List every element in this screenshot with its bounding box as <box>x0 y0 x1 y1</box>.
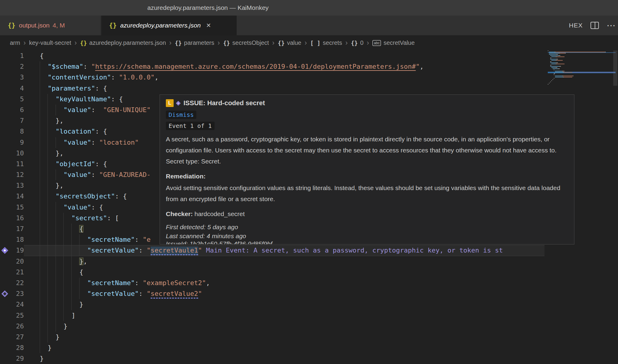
code-line-25: 25 ] <box>0 310 544 321</box>
breadcrumb-label: secrets <box>323 39 342 46</box>
indent-guide <box>48 94 48 105</box>
scrollbar-thumb[interactable] <box>613 51 617 86</box>
minimap-segment <box>554 70 554 70</box>
hex-button[interactable]: HEX <box>569 22 583 29</box>
indent-guide <box>40 332 40 342</box>
breadcrumb-chevron-icon: › <box>367 39 369 47</box>
breadcrumb-item-key-vault-secret[interactable]: key-vault-secret <box>29 39 71 46</box>
last-scanned: Last scanned: 4 minutes ago <box>166 233 568 240</box>
indent-guide <box>40 245 40 256</box>
array-brackets-icon: [ ] <box>310 40 320 46</box>
indent-guide <box>40 169 40 180</box>
minimap-segment <box>548 51 548 51</box>
indent-guide <box>48 202 48 213</box>
breadcrumb-chevron-icon: › <box>272 39 275 47</box>
indent-guide <box>40 278 40 288</box>
minimap-segment <box>551 64 556 64</box>
minimap-segment <box>550 82 551 82</box>
remediation-text: Avoid setting sensitive configuration va… <box>166 182 569 204</box>
indent-guide <box>40 159 40 169</box>
issue-diamond-icon <box>176 101 181 105</box>
indent-guide <box>48 180 48 191</box>
code-text: } <box>0 321 544 332</box>
indent-guide <box>48 299 48 310</box>
minimap-segment <box>553 79 553 80</box>
code-text: { <box>0 51 544 61</box>
indent-guide <box>79 278 79 288</box>
indent-guide <box>40 288 40 299</box>
indent-guide <box>40 299 40 310</box>
code-line-27: 27 } <box>0 332 544 342</box>
indent-guide <box>48 234 48 245</box>
minimap-segment <box>549 83 550 83</box>
indent-guide <box>56 321 56 332</box>
minimap-segment <box>551 67 556 68</box>
minimap-segment <box>557 56 565 57</box>
minimap-segment <box>550 58 551 58</box>
close-icon[interactable]: ✕ <box>206 22 211 29</box>
minimap-segment <box>573 76 573 76</box>
breadcrumb-item-0[interactable]: {}0 <box>351 39 363 46</box>
indent-guide <box>48 288 48 299</box>
tab-azuredeploy-parameters-json[interactable]: {} azuredeploy.parameters.json ✕ <box>101 16 237 35</box>
indent-guide <box>56 278 56 288</box>
indent-guide <box>48 169 48 180</box>
remediation-label: Remediation: <box>166 173 568 180</box>
minimap-segment <box>565 72 572 73</box>
minimap-segment <box>549 53 559 53</box>
code-text: "secretValue": "secretValue2" <box>0 288 544 299</box>
tab-output-json[interactable]: {} output.json 4, M <box>0 16 101 35</box>
dismiss-link[interactable]: Dismiss <box>166 111 196 119</box>
breadcrumb-item-secretValue[interactable]: abcsecretValue <box>372 39 415 46</box>
code-text: "contentVersion": "1.0.0.0", <box>0 72 544 83</box>
breadcrumb-label: key-vault-secret <box>29 39 71 46</box>
indent-guide <box>40 115 40 126</box>
indent-guide <box>63 278 64 288</box>
indent-guide <box>56 310 56 321</box>
indent-guide <box>71 234 72 245</box>
severity-low-badge: L <box>166 99 174 107</box>
indent-guide <box>40 202 40 213</box>
minimap-segment <box>554 78 554 79</box>
minimap-segment <box>549 54 556 55</box>
issue-description: A secret, such as a password, cryptograp… <box>166 134 569 167</box>
indent-guide <box>40 126 40 137</box>
indent-guide <box>63 245 64 256</box>
code-text: } <box>0 353 544 364</box>
split-editor-icon[interactable] <box>591 22 599 29</box>
indent-guide <box>63 234 64 245</box>
breadcrumb-item-value[interactable]: {}value <box>278 39 302 46</box>
minimap-segment <box>549 52 554 52</box>
indent-guide <box>48 332 48 342</box>
minimap-segment <box>563 71 565 71</box>
more-actions-icon[interactable]: ⋯ <box>607 22 616 29</box>
indent-guide <box>71 299 72 310</box>
minimap-segment <box>565 53 566 53</box>
breadcrumb-item-azuredeploy.parameters.json[interactable]: {}azuredeploy.parameters.json <box>80 39 166 46</box>
indent-guide <box>40 342 40 353</box>
indent-guide <box>79 234 79 245</box>
schema-url-link[interactable]: https://schema.management.azure.com/sche… <box>95 63 416 70</box>
indent-guide <box>40 213 40 224</box>
breadcrumb-item-secretsObject[interactable]: {}secretsObject <box>223 39 269 46</box>
minimap-segment <box>548 84 548 85</box>
tab-label: output.json <box>19 22 50 29</box>
indent-guide <box>63 310 64 321</box>
indent-guide <box>63 213 64 224</box>
json-braces-icon: {} <box>109 22 117 29</box>
minimap-segment <box>555 71 562 71</box>
breadcrumb-item-arm[interactable]: arm <box>10 39 20 46</box>
minimap-segment <box>556 59 558 59</box>
indent-guide <box>48 137 48 148</box>
breadcrumb: arm›key-vault-secret›{}azuredeploy.param… <box>0 35 618 51</box>
json-braces-icon: {} <box>8 22 15 29</box>
checker-line: Checker: hardcoded_secret <box>166 210 568 218</box>
breadcrumb-item-parameters[interactable]: {}parameters <box>175 39 214 46</box>
indent-guide <box>40 72 40 83</box>
minimap-segment <box>556 67 557 68</box>
minimap-segment <box>605 52 606 52</box>
indent-guide <box>56 213 56 224</box>
indent-guide <box>48 224 48 234</box>
indent-guide <box>40 321 40 332</box>
breadcrumb-item-secrets[interactable]: [ ]secrets <box>310 39 342 46</box>
